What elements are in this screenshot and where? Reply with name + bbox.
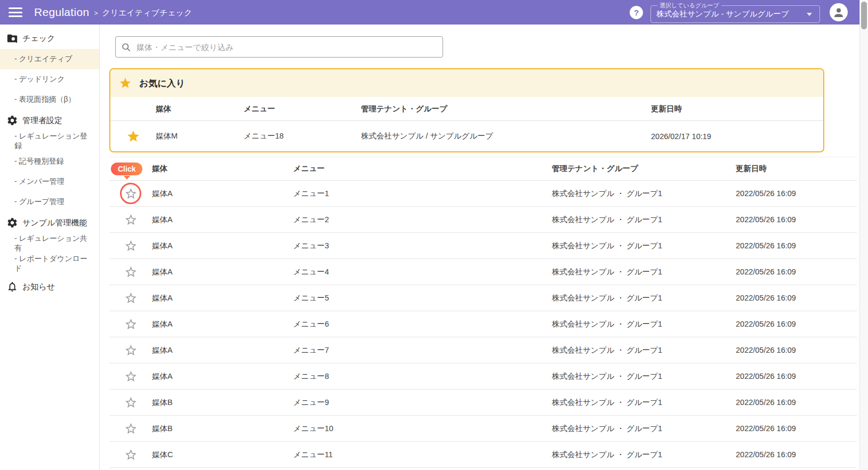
breadcrumb-separator: > bbox=[94, 10, 98, 17]
sidebar-item-regulation-share[interactable]: - レギュレーション共有 bbox=[0, 233, 99, 254]
tenant-cell: 株式会社サンプル ・ グループ1 bbox=[552, 424, 736, 434]
star-outline-icon bbox=[124, 344, 138, 357]
column-header-tenant[interactable]: 管理テナント・グループ bbox=[552, 164, 736, 174]
favorites-title: お気に入り bbox=[139, 77, 185, 90]
sidebar-item-news[interactable]: お知らせ bbox=[0, 276, 99, 297]
favorite-star-button[interactable] bbox=[124, 213, 138, 226]
column-header-menu[interactable]: メニュー bbox=[244, 104, 361, 114]
updated-cell: 2022/05/26 16:09 bbox=[736, 189, 857, 198]
favorite-star-button[interactable] bbox=[124, 396, 138, 409]
favorite-star-button[interactable] bbox=[124, 422, 138, 435]
table-row[interactable]: 媒体B メニュー9 株式会社サンプル ・ グループ1 2022/05/26 16… bbox=[109, 390, 857, 416]
column-header-updated[interactable]: 更新日時 bbox=[736, 164, 857, 174]
sidebar-item-group-management[interactable]: - グループ管理 bbox=[0, 192, 99, 212]
group-select-value: 株式会社サンプル - サンプルグループ bbox=[656, 9, 807, 19]
sidebar-section-admin-settings[interactable]: 管理者設定 bbox=[0, 110, 99, 131]
group-select[interactable]: 選択しているグループ 株式会社サンプル - サンプルグループ bbox=[650, 2, 820, 23]
table-row[interactable]: 媒体B メニュー10 株式会社サンプル ・ グループ1 2022/05/26 1… bbox=[109, 416, 857, 442]
updated-cell: 2022/05/26 16:09 bbox=[736, 346, 857, 354]
media-cell: 媒体A bbox=[152, 319, 293, 329]
sidebar-item-expression[interactable]: - 表現面指摘（β） bbox=[0, 90, 99, 110]
sidebar-item-deadlink[interactable]: - デッドリンク bbox=[0, 69, 99, 90]
group-select-label: 選択しているグループ bbox=[657, 2, 721, 10]
menu-cell: メニュー7 bbox=[293, 345, 552, 355]
table-column-headers: Click 媒体 メニュー 管理テナント・グループ 更新日時 bbox=[109, 157, 857, 181]
star-filled-icon bbox=[119, 77, 132, 90]
favorites-row[interactable]: 媒体M メニュー18 株式会社サンプル / サンプルグループ 2026/02/1… bbox=[110, 121, 823, 151]
table-row[interactable]: 媒体A メニュー5 株式会社サンプル ・ グループ1 2022/05/26 16… bbox=[109, 285, 857, 311]
favorites-header: お気に入り bbox=[110, 69, 823, 97]
menu-cell: メニュー3 bbox=[293, 241, 552, 251]
media-cell: 媒体M bbox=[156, 131, 244, 141]
updated-cell: 2026/02/17 10:19 bbox=[651, 132, 823, 141]
star-outline-icon bbox=[124, 239, 138, 253]
sidebar-section-check[interactable]: チェック bbox=[0, 28, 99, 49]
sidebar-item-report-download[interactable]: - レポートダウンロード bbox=[0, 254, 99, 274]
star-outline-icon bbox=[124, 291, 138, 305]
gear-icon bbox=[6, 115, 18, 126]
tenant-cell: 株式会社サンプル ・ グループ1 bbox=[552, 215, 736, 225]
menu-cell: メニュー1 bbox=[293, 189, 552, 199]
table-row[interactable]: 媒体A メニュー4 株式会社サンプル ・ グループ1 2022/05/26 16… bbox=[109, 259, 857, 285]
table-row[interactable]: 媒体C メニュー11 株式会社サンプル ・ グループ1 2022/05/26 1… bbox=[109, 442, 857, 468]
sidebar-item-creative[interactable]: - クリエイティブ bbox=[0, 49, 99, 69]
search-box bbox=[115, 36, 443, 58]
vertical-scrollbar[interactable] bbox=[859, 0, 868, 470]
tenant-cell: 株式会社サンプル ・ グループ1 bbox=[552, 189, 736, 199]
favorite-star-button[interactable] bbox=[124, 370, 138, 383]
favorite-star-button[interactable] bbox=[124, 448, 138, 461]
help-icon[interactable]: ? bbox=[630, 6, 643, 19]
column-header-updated[interactable]: 更新日時 bbox=[651, 104, 823, 114]
top-app-bar: Regulation > クリエイティブチェック ? 選択しているグループ 株式… bbox=[0, 0, 859, 25]
tenant-cell: 株式会社サンプル ・ グループ1 bbox=[552, 450, 736, 460]
gear-icon bbox=[6, 217, 18, 229]
star-outline-icon bbox=[124, 265, 138, 279]
media-cell: 媒体A bbox=[152, 267, 293, 277]
table-row[interactable]: 媒体A メニュー7 株式会社サンプル ・ グループ1 2022/05/26 16… bbox=[109, 337, 857, 363]
favorite-star-button[interactable] bbox=[124, 187, 138, 200]
favorites-card: お気に入り 媒体 メニュー 管理テナント・グループ 更新日時 媒体M メニュー1… bbox=[109, 68, 824, 152]
tenant-cell: 株式会社サンプル / サンプルグループ bbox=[361, 131, 651, 141]
favorite-star-button[interactable] bbox=[126, 129, 140, 143]
sidebar-item-member-management[interactable]: - メンバー管理 bbox=[0, 172, 99, 192]
scrollbar-thumb[interactable] bbox=[861, 2, 867, 29]
column-header-tenant[interactable]: 管理テナント・グループ bbox=[361, 104, 651, 114]
search-input[interactable] bbox=[135, 42, 437, 52]
tenant-cell: 株式会社サンプル ・ グループ1 bbox=[552, 267, 736, 277]
media-cell: 媒体B bbox=[152, 424, 293, 434]
updated-cell: 2022/05/26 16:09 bbox=[736, 268, 857, 276]
tenant-cell: 株式会社サンプル ・ グループ1 bbox=[552, 398, 736, 408]
table-row bbox=[109, 468, 857, 470]
menu-cell: メニュー5 bbox=[293, 293, 552, 303]
table-row[interactable]: 媒体A メニュー6 株式会社サンプル ・ グループ1 2022/05/26 16… bbox=[109, 311, 857, 337]
favorite-star-button[interactable] bbox=[124, 291, 138, 305]
column-header-media[interactable]: 媒体 bbox=[156, 104, 244, 114]
favorite-star-button[interactable] bbox=[124, 344, 138, 357]
updated-cell: 2022/05/26 16:09 bbox=[736, 320, 857, 328]
table-row[interactable]: 媒体A メニュー3 株式会社サンプル ・ グループ1 2022/05/26 16… bbox=[109, 233, 857, 259]
star-outline-icon bbox=[124, 396, 138, 409]
favorite-star-button[interactable] bbox=[124, 239, 138, 253]
table-row[interactable]: 媒体A メニュー8 株式会社サンプル ・ グループ1 2022/05/26 16… bbox=[109, 363, 857, 390]
updated-cell: 2022/05/26 16:09 bbox=[736, 294, 857, 302]
column-header-media[interactable]: 媒体 bbox=[152, 164, 293, 174]
favorite-star-button[interactable] bbox=[124, 318, 138, 331]
hamburger-menu-icon[interactable] bbox=[9, 5, 22, 20]
table-row[interactable]: 媒体A メニュー2 株式会社サンプル ・ グループ1 2022/05/26 16… bbox=[109, 207, 857, 233]
star-outline-icon bbox=[124, 187, 138, 200]
menu-cell: メニュー11 bbox=[293, 450, 552, 460]
sidebar-item-regulation-register[interactable]: - レギュレーション登録 bbox=[0, 131, 99, 151]
avatar[interactable] bbox=[830, 3, 848, 21]
bell-icon bbox=[6, 281, 18, 293]
menu-cell: メニュー8 bbox=[293, 371, 552, 382]
sidebar-item-symbol-register[interactable]: - 記号種別登録 bbox=[0, 151, 99, 172]
media-cell: 媒体A bbox=[152, 293, 293, 303]
media-cell: 媒体A bbox=[152, 345, 293, 355]
updated-cell: 2022/05/26 16:09 bbox=[736, 424, 857, 433]
column-header-menu[interactable]: メニュー bbox=[293, 164, 552, 174]
favorite-star-button[interactable] bbox=[124, 265, 138, 279]
updated-cell: 2022/05/26 16:09 bbox=[736, 215, 857, 224]
sidebar-section-sample-admin[interactable]: サンプル管理機能 bbox=[0, 212, 99, 233]
table-row[interactable]: 媒体A メニュー1 株式会社サンプル ・ グループ1 2022/05/26 16… bbox=[109, 181, 857, 207]
tenant-cell: 株式会社サンプル ・ グループ1 bbox=[552, 319, 736, 329]
